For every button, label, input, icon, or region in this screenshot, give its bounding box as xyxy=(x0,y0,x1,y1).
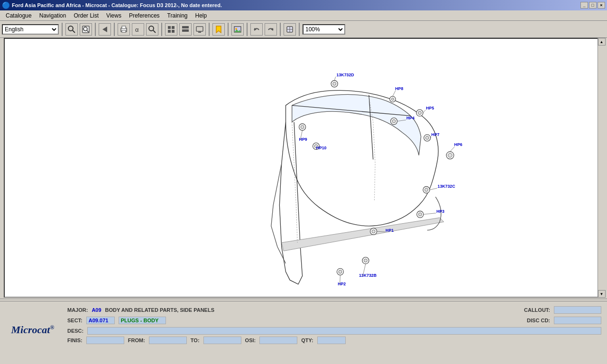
monitor-icon-btn[interactable] xyxy=(193,23,206,36)
scroll-down-button[interactable]: ▼ xyxy=(598,290,606,298)
svg-rect-17 xyxy=(182,29,189,32)
svg-point-71 xyxy=(372,230,375,233)
svg-text:HP7: HP7 xyxy=(432,132,440,137)
svg-rect-7 xyxy=(122,26,126,28)
parts-diagram: 13K732D HP8 HP5 HP4 HP7 H xyxy=(5,39,604,297)
microcat-logo: Microcat® xyxy=(2,303,64,356)
disc-cd-label: DISC CD: xyxy=(527,318,550,323)
svg-line-65 xyxy=(430,188,437,190)
menu-bar: Catalogue Navigation Order List Views Pr… xyxy=(0,10,607,21)
separator-5 xyxy=(209,23,210,36)
from-field[interactable] xyxy=(149,337,187,344)
svg-text:α: α xyxy=(135,26,139,33)
alpha-icon-btn[interactable]: α xyxy=(132,23,144,36)
svg-text:13K732D: 13K732D xyxy=(337,73,354,77)
logo-name: Microcat xyxy=(11,324,50,336)
separator-9 xyxy=(299,23,300,36)
qty-field[interactable] xyxy=(317,337,346,344)
minimize-button[interactable]: _ xyxy=(580,2,588,9)
callout-field[interactable] xyxy=(554,306,601,314)
title-bar-controls: _ □ × xyxy=(580,2,605,9)
separator-4 xyxy=(161,23,162,36)
callout-label: CALLOUT: xyxy=(524,307,550,313)
disc-cd-field[interactable] xyxy=(554,317,601,324)
menu-catalogue[interactable]: Catalogue xyxy=(2,11,36,20)
plugs-value: PLUGS - BODY xyxy=(121,318,158,323)
svg-point-79 xyxy=(339,270,342,273)
title-bar: 🔵 Ford Asia Pacific and Africa - Microca… xyxy=(0,0,607,10)
svg-line-37 xyxy=(393,91,395,96)
svg-point-63 xyxy=(425,188,428,191)
back-icon-btn[interactable] xyxy=(99,23,111,36)
svg-point-47 xyxy=(425,136,429,139)
separator-1 xyxy=(62,23,63,36)
svg-point-51 xyxy=(448,153,452,157)
svg-text:HP1: HP1 xyxy=(386,228,394,233)
menu-order-list[interactable]: Order List xyxy=(70,11,102,20)
app-icon: 🔵 xyxy=(2,1,10,9)
to-field[interactable] xyxy=(203,337,241,344)
desc-field[interactable] xyxy=(87,327,601,335)
osi-label: OSI: xyxy=(245,337,256,343)
search2-icon-btn[interactable] xyxy=(146,23,158,36)
major-value: A09 xyxy=(92,307,101,313)
menu-preferences[interactable]: Preferences xyxy=(125,11,164,20)
svg-text:HP2: HP2 xyxy=(338,282,346,286)
svg-line-1 xyxy=(73,30,75,33)
svg-text:HP3: HP3 xyxy=(436,209,444,214)
menu-help[interactable]: Help xyxy=(192,11,211,20)
print-icon-btn[interactable] xyxy=(118,23,130,36)
scroll-up-button[interactable]: ▲ xyxy=(598,38,606,46)
svg-text:HP5: HP5 xyxy=(426,106,434,110)
menu-views[interactable]: Views xyxy=(102,11,125,20)
finis-field[interactable] xyxy=(86,337,124,344)
separator-2 xyxy=(95,23,96,36)
maximize-button[interactable]: □ xyxy=(589,2,597,9)
svg-rect-14 xyxy=(168,30,171,33)
svg-line-41 xyxy=(423,110,425,113)
zoom-select[interactable]: 100% 50% 75% 125% 150% 200% xyxy=(303,24,345,35)
find-icon-btn[interactable] xyxy=(80,23,92,36)
sect-label: SECT: xyxy=(67,318,83,323)
to-label: TO: xyxy=(191,337,200,343)
svg-rect-13 xyxy=(172,26,175,29)
grid2-icon-btn[interactable] xyxy=(179,23,192,36)
svg-rect-15 xyxy=(172,30,175,33)
undo-icon-btn[interactable] xyxy=(250,23,263,36)
redo-icon-btn[interactable] xyxy=(265,23,277,36)
search-icon-btn[interactable] xyxy=(65,23,78,36)
image-icon-btn[interactable] xyxy=(231,23,244,36)
menu-training[interactable]: Training xyxy=(164,11,192,20)
svg-point-10 xyxy=(149,26,154,31)
bottom-info-panel: Microcat® MAJOR: A09 BODY AND RELATED PA… xyxy=(0,301,607,358)
svg-rect-16 xyxy=(182,26,189,28)
svg-point-55 xyxy=(301,126,304,129)
svg-text:13K732B: 13K732B xyxy=(359,273,377,278)
sect-field[interactable]: A09.071 xyxy=(86,317,115,324)
osi-field[interactable] xyxy=(259,337,297,344)
major-row: MAJOR: A09 BODY AND RELATED PARTS, SIDE … xyxy=(67,305,601,315)
grid1-icon-btn[interactable] xyxy=(165,23,177,36)
menu-navigation[interactable]: Navigation xyxy=(36,11,70,20)
config-icon-btn[interactable] xyxy=(284,23,296,36)
finis-label: FINIS: xyxy=(67,337,83,343)
svg-point-75 xyxy=(364,259,367,262)
svg-point-31 xyxy=(333,82,336,85)
toolbar: English α xyxy=(0,21,607,38)
major-label: MAJOR: xyxy=(67,307,88,313)
bookmark-icon-btn[interactable] xyxy=(212,23,225,36)
svg-text:HP8: HP8 xyxy=(395,86,403,91)
plugs-field[interactable]: PLUGS - BODY xyxy=(119,317,166,324)
svg-text:HP6: HP6 xyxy=(454,142,462,147)
svg-text:HP10: HP10 xyxy=(316,146,327,150)
separator-8 xyxy=(280,23,281,36)
close-button[interactable]: × xyxy=(598,2,605,9)
svg-line-11 xyxy=(153,30,156,33)
separator-6 xyxy=(228,23,229,36)
svg-marker-20 xyxy=(216,26,221,33)
svg-line-33 xyxy=(334,77,336,81)
vertical-scrollbar[interactable]: ▲ ▼ xyxy=(598,38,605,298)
svg-marker-5 xyxy=(102,27,107,32)
svg-rect-12 xyxy=(168,26,171,29)
language-select[interactable]: English xyxy=(2,24,59,35)
